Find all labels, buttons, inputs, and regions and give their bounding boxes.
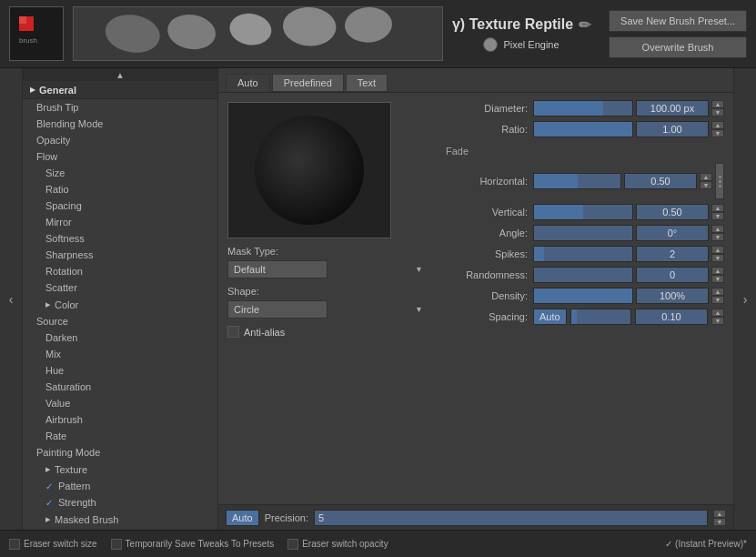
tab-auto[interactable]: Auto [226, 74, 270, 92]
fade-label: Fade [446, 146, 724, 157]
diameter-spin-down[interactable]: ▼ [711, 108, 724, 116]
sidebar-item-flow[interactable]: Flow [23, 148, 217, 165]
sidebar-item-ratio[interactable]: Ratio [23, 181, 217, 197]
sidebar-item-size[interactable]: Size [23, 165, 217, 181]
sidebar-item-mix[interactable]: Mix [23, 346, 217, 362]
vertical-slider[interactable] [533, 204, 633, 220]
precision-spin-up[interactable]: ▲ [713, 510, 726, 518]
randomness-spin: ▲ ▼ [711, 267, 724, 283]
sidebar-item-hue[interactable]: Hue [23, 362, 217, 379]
sidebar-item-spacing[interactable]: Spacing [23, 197, 217, 214]
spikes-slider[interactable] [533, 246, 633, 262]
sidebar-scroll-up[interactable]: ▲ [23, 68, 217, 81]
arrow-texture-icon: ▸ [45, 463, 51, 475]
vertical-spin-down[interactable]: ▼ [711, 212, 724, 220]
vertical-value[interactable]: 0.50 [636, 204, 709, 220]
diameter-row: Diameter: 100.00 px ▲ ▼ [446, 100, 724, 116]
spacing-spin-down[interactable]: ▼ [711, 317, 724, 325]
sidebar-item-painting-mode[interactable]: Painting Mode [23, 444, 217, 461]
spacing-auto-button[interactable]: Auto [533, 309, 567, 325]
sidebar-item-rotation[interactable]: Rotation [23, 263, 217, 279]
spacing-spin-up[interactable]: ▲ [711, 309, 724, 317]
sidebar-item-rate[interactable]: Rate [23, 428, 217, 444]
angle-spin-up[interactable]: ▲ [711, 225, 724, 233]
sidebar-item-texture[interactable]: ▸ Texture [23, 461, 217, 478]
sidebar-item-mirror[interactable]: Mirror [23, 214, 217, 230]
ratio-slider[interactable] [533, 121, 633, 137]
precision-slider[interactable]: 5 [314, 510, 708, 526]
ratio-spin-up[interactable]: ▲ [711, 121, 724, 129]
svg-rect-2 [19, 16, 26, 24]
nav-right-arrow[interactable]: › [733, 68, 756, 530]
density-value[interactable]: 100% [636, 288, 709, 304]
spikes-value[interactable]: 2 [636, 246, 709, 262]
randomness-spin-up[interactable]: ▲ [711, 267, 724, 275]
shape-section: Shape: Circle Anti-alias [227, 286, 428, 338]
brush-stroke-preview [73, 6, 443, 61]
horizontal-value[interactable]: 0.50 [624, 173, 697, 189]
angle-value[interactable]: 0° [636, 225, 709, 241]
angle-slider[interactable] [533, 225, 633, 241]
ratio-spin-down[interactable]: ▼ [711, 129, 724, 137]
sidebar-item-brush-tip-bottom[interactable]: Brush Tip ▼ [23, 528, 217, 530]
precision-auto-button[interactable]: Auto [226, 510, 259, 526]
eraser-opacity-checkbox[interactable] [287, 539, 298, 550]
sidebar-item-saturation[interactable]: Saturation [23, 379, 217, 395]
sidebar-item-darken[interactable]: Darken [23, 329, 217, 346]
spacing-value[interactable]: 0.10 [635, 309, 708, 325]
temp-save-checkbox[interactable] [111, 539, 122, 550]
shape-select[interactable]: Circle [227, 300, 328, 319]
density-spin-down[interactable]: ▼ [711, 296, 724, 304]
ratio-value[interactable]: 1.00 [636, 121, 709, 137]
spikes-row: Spikes: 2 ▲ ▼ [446, 246, 724, 262]
sidebar-item-color[interactable]: ▸ Color [23, 296, 217, 313]
edit-brush-icon[interactable]: ✏ [579, 16, 590, 34]
spikes-spin-down[interactable]: ▼ [711, 254, 724, 262]
mask-type-select[interactable]: Default [227, 260, 328, 278]
tab-text[interactable]: Text [346, 74, 388, 92]
overwrite-brush-button[interactable]: Overwrite Brush [609, 36, 747, 58]
sidebar-item-source[interactable]: Source [23, 313, 217, 329]
nav-left-arrow[interactable]: ‹ [0, 68, 23, 530]
sidebar-item-strength[interactable]: ✓ Strength [23, 494, 217, 511]
horizontal-spin-up[interactable]: ▲ [700, 173, 712, 181]
horizontal-spin-down[interactable]: ▼ [700, 181, 712, 189]
randomness-spin-down[interactable]: ▼ [711, 275, 724, 283]
randomness-value[interactable]: 0 [636, 267, 709, 283]
spikes-spin-up[interactable]: ▲ [711, 246, 724, 254]
eraser-size-checkbox[interactable] [9, 539, 20, 550]
diameter-value[interactable]: 100.00 px [636, 100, 709, 116]
sidebar-item-sharpness[interactable]: Sharpness [23, 247, 217, 263]
randomness-slider[interactable] [533, 267, 633, 283]
footer: Eraser switch size Temporarily Save Twea… [0, 530, 756, 557]
angle-spin: ▲ ▼ [711, 225, 724, 241]
brush-circle-preview [227, 102, 391, 238]
sidebar-item-airbrush[interactable]: Airbrush [23, 411, 217, 428]
horizontal-slider[interactable] [533, 173, 621, 189]
diameter-spin-up[interactable]: ▲ [711, 100, 724, 108]
density-slider[interactable] [533, 288, 633, 304]
spacing-spin: ▲ ▼ [711, 309, 724, 325]
angle-spin-down[interactable]: ▼ [711, 233, 724, 241]
sidebar-item-opacity[interactable]: Opacity [23, 132, 217, 148]
density-spin-up[interactable]: ▲ [711, 288, 724, 296]
sidebar-item-softness[interactable]: Softness [23, 230, 217, 247]
spacing-slider[interactable] [570, 309, 631, 325]
top-buttons: Save New Brush Preset... Overwrite Brush [609, 10, 747, 58]
sidebar-item-value[interactable]: Value [23, 395, 217, 411]
save-preset-button[interactable]: Save New Brush Preset... [609, 10, 747, 32]
diameter-slider[interactable] [533, 100, 633, 116]
sidebar-item-blending-mode[interactable]: Blending Mode [23, 116, 217, 132]
eraser-size-label: Eraser switch size [24, 539, 97, 549]
sidebar-item-brush-tip[interactable]: Brush Tip [23, 99, 217, 116]
precision-spin-down[interactable]: ▼ [713, 518, 726, 526]
sidebar-item-general[interactable]: ▸ General [23, 81, 217, 99]
drag-handle[interactable] [715, 163, 724, 199]
sidebar-item-scatter[interactable]: Scatter [23, 279, 217, 296]
vertical-spin-up[interactable]: ▲ [711, 204, 724, 212]
tab-predefined[interactable]: Predefined [272, 74, 344, 92]
sidebar-item-pattern[interactable]: ✓ Pattern [23, 478, 217, 494]
sidebar-item-masked-brush[interactable]: ▸ Masked Brush [23, 511, 217, 528]
shape-label: Shape: [227, 286, 428, 297]
anti-alias-checkbox[interactable] [227, 326, 239, 338]
